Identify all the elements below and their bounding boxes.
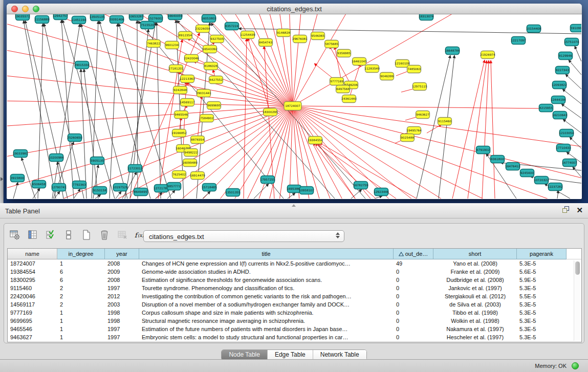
network-node-selected[interactable]: 16461045 [352,58,367,65]
network-node-selected[interactable]: 9546365 [311,32,325,40]
network-edge[interactable] [573,167,581,177]
network-edge[interactable] [7,106,293,199]
network-node-selected[interactable]: 12213363 [180,75,195,83]
table-row[interactable]: 2242004622012Investigating the contribut… [8,292,581,300]
expand-west-panel-icon[interactable] [1,177,3,181]
network-node-selected[interactable]: 6497568 [336,85,350,93]
network-node[interactable]: 9857771 [167,183,181,190]
network-node[interactable]: 11723012 [127,165,143,172]
network-node-selected[interactable]: 7625402 [172,171,186,179]
network-node-selected[interactable]: 5875685 [325,40,339,48]
network-edge[interactable] [7,106,293,199]
network-edge[interactable] [7,106,293,199]
network-node[interactable]: 12721783 [154,185,169,192]
network-node[interactable]: 19033981 [13,150,28,158]
column-header-in_degree[interactable]: in_degree [57,249,105,259]
table-row[interactable]: 1456911722003Disruption of a novel membe… [8,300,581,309]
network-window-titlebar[interactable]: citations_edges.txt [7,4,582,14]
network-node[interactable]: 16782759 [353,182,368,189]
network-node[interactable]: 13505135 [90,14,105,21]
network-node-selected[interactable]: 18300295 [263,108,278,116]
network-node-selected[interactable]: 24361440 [341,95,357,103]
network-edge[interactable] [7,106,293,199]
column-header-out_de[interactable]: out_de… [394,249,433,259]
network-node[interactable]: 12790741 [51,184,67,191]
network-node-selected[interactable]: 7463822 [147,40,161,48]
network-edge[interactable] [491,60,495,199]
network-edge[interactable] [375,196,382,199]
network-node-selected[interactable]: 16914479 [190,172,205,180]
network-node[interactable]: 16774007 [562,159,577,167]
network-edge[interactable] [52,24,80,199]
network-node-selected[interactable]: 8878354 [191,136,205,144]
network-node[interactable]: 12923446 [374,188,389,196]
network-node-selected[interactable]: 9498222 [184,149,198,157]
network-edge[interactable] [482,60,489,199]
network-edge[interactable] [417,55,450,199]
tab-network-table[interactable]: Network Table [313,350,366,360]
network-node-selected[interactable]: 9115460 [438,118,452,125]
network-node[interactable]: 7515520 [141,21,155,29]
network-node-selected[interactable]: 19495764 [406,127,422,135]
network-node[interactable]: 16210643 [552,112,568,119]
network-node[interactable]: 18313074 [419,14,434,20]
network-node[interactable]: 25260650 [67,134,82,142]
network-edge[interactable] [244,38,247,199]
network-node[interactable]: 12103054 [559,129,574,137]
network-node-selected[interactable]: 9025488 [401,134,415,142]
network-node[interactable]: 10653287 [128,14,144,20]
network-edge[interactable] [81,24,127,199]
network-node[interactable]: 11451194 [71,16,86,24]
network-node-selected[interactable]: 27181201 [168,65,184,73]
network-node[interactable]: 9361800 [491,156,505,163]
network-edge[interactable] [7,106,293,199]
table-row[interactable]: 946554611997Estimation of the future num… [8,325,581,333]
network-node-selected[interactable]: 12975115 [412,83,427,91]
network-node[interactable]: 12217097 [511,37,526,45]
column-header-short[interactable]: short [433,249,517,259]
network-edge[interactable] [7,106,293,199]
trash-icon[interactable] [98,228,111,242]
tab-edge-table[interactable]: Edge Table [268,350,313,360]
table-row[interactable]: 969969511998Structural magnetic resonanc… [8,317,581,325]
network-node[interactable]: 11156889 [34,16,50,24]
network-node[interactable]: 16648784 [445,47,460,55]
table-row[interactable]: 911546021997Tourette syndrome. Phenomeno… [8,284,581,292]
network-node[interactable]: 9150158 [93,187,107,194]
table-row[interactable]: 1830029562008Estimation of significance … [8,276,581,284]
network-edge[interactable] [119,24,171,199]
memory-status-indicator[interactable] [572,362,579,369]
network-node-selected[interactable]: 8454743 [259,39,273,47]
network-node[interactable]: 16640059 [167,14,183,20]
network-edge[interactable] [203,191,210,199]
network-edge[interactable] [81,69,86,199]
network-edge[interactable] [7,106,293,199]
table-vertical-scrollbar[interactable] [574,260,580,341]
network-node[interactable]: 5910998 [571,25,582,32]
network-node-selected[interactable]: 7584902 [200,115,214,122]
network-node[interactable]: 6506458 [32,181,46,188]
scrollbar-thumb[interactable] [575,261,580,275]
new-document-icon[interactable] [80,228,93,242]
network-node[interactable]: 8215955 [539,104,553,112]
network-node[interactable]: 20091406 [109,16,124,24]
network-node-selected[interactable]: 19166852 [171,129,187,137]
float-panel-icon[interactable] [562,206,570,214]
checklist-icon[interactable] [44,228,57,242]
network-node-selected[interactable]: 29676081 [292,35,308,43]
network-node[interactable]: 8649495 [134,188,148,196]
network-node[interactable]: 10958107 [299,187,314,194]
network-edge[interactable] [293,14,491,106]
network-node[interactable]: 17710433 [556,144,571,152]
network-edge[interactable] [44,24,84,199]
network-edge[interactable] [7,106,293,199]
network-node-selected[interactable]: 9327505 [210,35,224,43]
network-node[interactable]: 16476412 [505,163,520,170]
split-pane-grip-icon[interactable] [292,204,296,207]
network-edge[interactable] [288,193,295,199]
column-header-pagerank[interactable]: pagerank [517,249,567,259]
network-node-selected[interactable]: 22420046 [184,55,199,62]
network-node-selected[interactable]: 9146828 [277,29,291,37]
network-node[interactable]: 29015334 [74,61,90,69]
network-node[interactable]: 12942757 [53,14,68,20]
